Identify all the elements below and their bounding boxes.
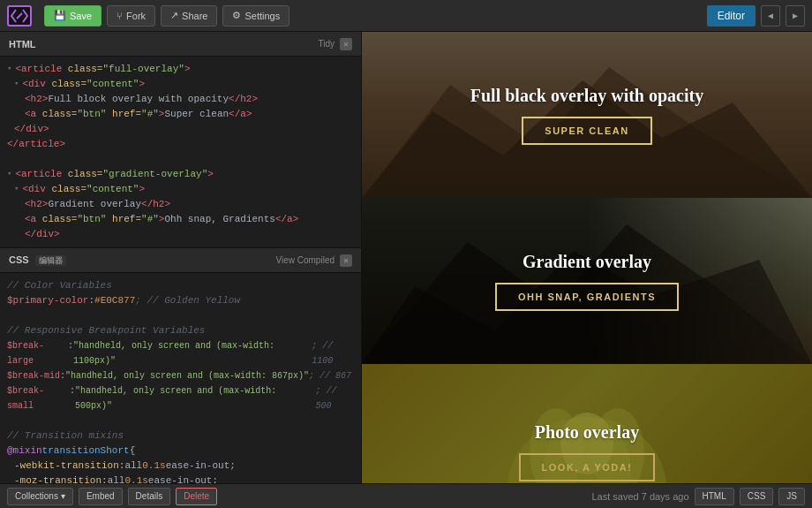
svg-line-0 [17, 13, 22, 19]
css-lang-button[interactable]: CSS [740, 488, 774, 505]
settings-icon: ⚙ [232, 10, 241, 21]
code-line: -webkit-transition: all 0.1s ease-in-out… [0, 459, 361, 474]
preview-section-2: Gradient overlay OHH SNAP, GRADIENTS [362, 198, 812, 364]
html-close-button[interactable]: ✕ [340, 38, 352, 50]
preview-btn-3[interactable]: LOOK, A YODA! [519, 453, 656, 481]
preview-section-3: Photo overlay LOOK, A YODA! [362, 364, 812, 483]
code-line: -moz-transition: all 0.1s ease-in-out; [0, 474, 361, 483]
saved-text: Last saved 7 days ago [591, 491, 688, 502]
preview-content-3: Photo overlay LOOK, A YODA! [362, 364, 812, 483]
html-header: HTML Tidy ✕ [0, 32, 361, 57]
css-badge: 编辑器 [35, 255, 66, 266]
editor-label: Editor [707, 5, 756, 27]
preview-content-1: Full black overlay with opacity SUPER CL… [362, 32, 812, 198]
main: HTML Tidy ✕ ▾ <article class= "full-over… [0, 32, 812, 483]
logo-icon [7, 5, 32, 27]
collapse-arrow[interactable]: ▾ [14, 77, 19, 92]
logo [7, 5, 32, 27]
code-line: // Color Variables [0, 278, 361, 293]
embed-button[interactable]: Embed [79, 488, 123, 505]
share-button[interactable]: ↗ Share [161, 5, 217, 27]
settings-button[interactable]: ⚙ Settings [222, 5, 289, 27]
preview-title-2: Gradient overlay [523, 252, 651, 272]
details-button[interactable]: Details [128, 488, 171, 505]
preview-title-1: Full black overlay with opacity [470, 86, 703, 106]
css-code-area[interactable]: // Color Variables $primary-color : #E0C… [0, 273, 361, 483]
left-panel: HTML Tidy ✕ ▾ <article class= "full-over… [0, 32, 362, 483]
bottom-bar: Collections ▾ Embed Details Delete Last … [0, 483, 812, 508]
code-line: <a class= "btn" href= "#" > Ohh snap, Gr… [0, 212, 361, 227]
code-line: $break-small : "handheld, only screen an… [0, 383, 361, 413]
preview-section-1: Full black overlay with opacity SUPER CL… [362, 32, 812, 198]
html-code-area[interactable]: ▾ <article class= "full-overlay" > ▾ <di… [0, 57, 361, 247]
code-line: // Responsive Breakpoint Variables [0, 323, 361, 338]
code-line: ▾ <div class= "content" > [0, 182, 361, 197]
fork-icon: ⑂ [117, 11, 123, 21]
collapse-arrow[interactable]: ▾ [14, 182, 19, 197]
preview-panel: Full black overlay with opacity SUPER CL… [362, 32, 812, 483]
view-compiled-button[interactable]: View Compiled [275, 255, 335, 265]
css-header: CSS 编辑器 View Compiled ✕ [0, 248, 361, 273]
preview-title-3: Photo overlay [535, 422, 639, 443]
html-lang-button[interactable]: HTML [695, 488, 734, 505]
css-section: CSS 编辑器 View Compiled ✕ // Color Variabl… [0, 248, 361, 483]
chevron-down-icon: ▾ [61, 491, 65, 501]
code-line: <h2> Gradient overlay </h2> [0, 197, 361, 212]
code-line: $primary-color : #E0C877 ; // Golden Yel… [0, 293, 361, 308]
save-icon: 💾 [54, 10, 66, 21]
collapse-arrow[interactable]: ▾ [7, 167, 11, 182]
preview-content-2: Gradient overlay OHH SNAP, GRADIENTS [362, 198, 812, 364]
js-lang-button[interactable]: JS [778, 488, 805, 505]
html-title: HTML [9, 39, 312, 49]
code-line [0, 413, 361, 428]
code-line: $break-mid : "handheld, only screen and … [0, 368, 361, 383]
fork-button[interactable]: ⑂ Fork [107, 5, 155, 27]
code-line: </div> [0, 122, 361, 137]
save-button[interactable]: 💾 Save [44, 5, 102, 27]
code-line: ▾ <div class= "content" > [0, 77, 361, 92]
code-line: <h2> Full block overlay with opacity </h… [0, 92, 361, 107]
delete-button[interactable]: Delete [176, 488, 217, 505]
code-line: ▾ <article class= "gradient-overlay" > [0, 167, 361, 182]
code-line: ▾ <article class= "full-overlay" > [0, 62, 361, 77]
code-line: </div> [0, 227, 361, 242]
code-line: </article> [0, 137, 361, 152]
code-line: $break-large : "handheld, only screen an… [0, 338, 361, 368]
preview-btn-1[interactable]: SUPER CLEAN [522, 117, 651, 145]
topbar-arrow-left[interactable]: ◀ [761, 5, 780, 27]
preview-btn-2[interactable]: OHH SNAP, GRADIENTS [495, 283, 679, 311]
code-line: // Transition mixins [0, 428, 361, 444]
share-icon: ↗ [170, 10, 178, 21]
collapse-arrow[interactable]: ▾ [7, 62, 11, 77]
css-close-button[interactable]: ✕ [340, 254, 352, 267]
code-line [0, 152, 361, 167]
collections-button[interactable]: Collections ▾ [7, 488, 73, 505]
topbar: 💾 Save ⑂ Fork ↗ Share ⚙ Settings Editor … [0, 0, 812, 32]
code-line: @mixin transitionShort { [0, 444, 361, 459]
code-line [0, 308, 361, 323]
html-section: HTML Tidy ✕ ▾ <article class= "full-over… [0, 32, 361, 248]
tidy-button[interactable]: Tidy [318, 39, 335, 49]
css-title: CSS 编辑器 [9, 254, 270, 267]
topbar-arrow-right[interactable]: ▶ [786, 5, 805, 27]
code-line: <a class= "btn" href= "#" > Super clean … [0, 107, 361, 122]
